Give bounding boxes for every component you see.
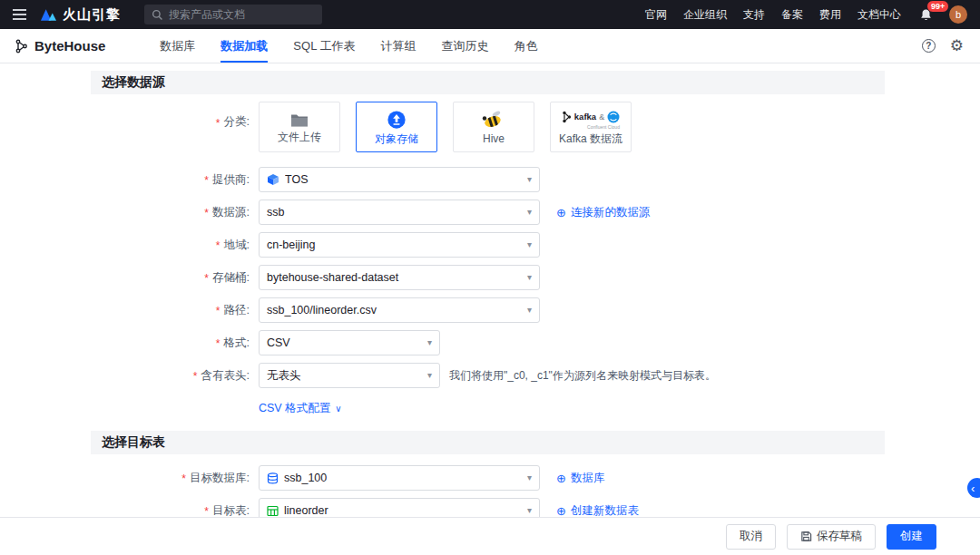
tab-databases[interactable]: 数据库 (147, 29, 208, 63)
target-table-label: * 目标表: (91, 503, 259, 518)
region-select[interactable]: cn-beijing ▾ (259, 232, 540, 258)
save-icon (800, 531, 812, 542)
hamburger-menu-icon[interactable] (0, 0, 38, 29)
caret-down-icon: ▾ (527, 506, 532, 515)
confluent-icon (607, 111, 620, 123)
required-marker: * (181, 472, 186, 485)
top-link-official-site[interactable]: 官网 (645, 7, 667, 23)
region-value: cn-beijing (267, 239, 522, 251)
form-row-datasource: * 数据源: ssb ▾ ⊕ 连接新的数据源 (91, 200, 885, 225)
required-marker: * (193, 370, 198, 383)
category-card-kafka[interactable]: kafka & Confluent Cloud Kafka 数据流 (550, 102, 632, 152)
create-button[interactable]: 创建 (887, 524, 936, 550)
global-search[interactable] (144, 5, 322, 24)
top-link-filing[interactable]: 备案 (781, 7, 803, 23)
database-icon (267, 472, 279, 484)
section-header-select-data-source: 选择数据源 (91, 71, 885, 94)
top-link-support[interactable]: 支持 (743, 7, 765, 23)
target-database-label: * 目标数据库: (91, 471, 259, 486)
connect-new-datasource-link[interactable]: ⊕ 连接新的数据源 (556, 205, 650, 220)
caret-down-icon: ▾ (427, 338, 432, 347)
top-navbar: 火山引擎 官网 企业组织 支持 备案 费用 文档中心 99+ b (0, 0, 980, 29)
footer-action-bar: 取消 保存草稿 创建 (0, 517, 980, 555)
datasource-label: * 数据源: (91, 205, 259, 220)
provider-label: * 提供商: (91, 172, 259, 188)
bucket-label: * 存储桶: (91, 270, 259, 286)
required-marker: * (204, 207, 209, 219)
tab-sql-worksheet[interactable]: SQL 工作表 (280, 29, 368, 63)
confluent-caption: Confluent Cloud (587, 125, 620, 130)
top-link-enterprise-org[interactable]: 企业组织 (683, 7, 727, 23)
caret-down-icon: ▾ (527, 175, 532, 184)
category-card-object-storage[interactable]: 对象存储 (356, 102, 437, 152)
bytehouse-brand-name: ByteHouse (34, 38, 105, 54)
section-title: 选择数据源 (102, 74, 165, 91)
header-hint-text: 我们将使用"_c0, _c1"作为源列名来映射模式与目标表。 (449, 368, 716, 384)
table-icon (267, 505, 279, 517)
form-row-category: * 分类: 文件上传 (91, 102, 885, 152)
gear-icon[interactable]: ⚙ (950, 38, 964, 54)
bucket-select[interactable]: bytehouse-shared-dataset ▾ (259, 265, 540, 290)
category-card-file-upload[interactable]: 文件上传 (259, 102, 340, 152)
tab-roles[interactable]: 角色 (502, 29, 551, 63)
section-header-select-target-table: 选择目标表 (91, 431, 885, 454)
datasource-value: ssb (267, 206, 522, 219)
save-draft-button[interactable]: 保存草稿 (787, 524, 876, 550)
tab-compute-groups[interactable]: 计算组 (368, 29, 429, 63)
bytehouse-logo[interactable]: ByteHouse (15, 38, 105, 54)
required-marker: * (216, 117, 220, 130)
format-select[interactable]: CSV ▾ (259, 330, 440, 355)
csv-config-row: CSV 格式配置 ∨ (259, 399, 885, 416)
required-marker: * (216, 239, 220, 252)
path-value: ssb_100/lineorder.csv (267, 304, 522, 316)
form-row-bucket: * 存储桶: bytehouse-shared-dataset ▾ (91, 265, 885, 290)
notification-badge: 99+ (926, 0, 949, 13)
cancel-button[interactable]: 取消 (726, 524, 776, 550)
category-cards: 文件上传 对象存储 (259, 102, 632, 152)
product-navbar: ByteHouse 数据库 数据加载 SQL 工作表 计算组 查询历史 角色 ?… (0, 29, 980, 63)
form-row-has-header: * 含有表头: 无表头 ▾ 我们将使用"_c0, _c1"作为源列名来映射模式与… (91, 363, 885, 388)
help-icon[interactable]: ? (922, 39, 936, 53)
caret-down-icon: ▾ (527, 473, 532, 482)
format-value: CSV (267, 336, 422, 349)
provider-value: TOS (285, 173, 522, 186)
nav-tabs: 数据库 数据加载 SQL 工作表 计算组 查询历史 角色 (147, 29, 550, 63)
format-label: * 格式: (91, 336, 259, 351)
topbar-right: 官网 企业组织 支持 备案 费用 文档中心 99+ b (645, 5, 980, 24)
top-link-docs-center[interactable]: 文档中心 (858, 7, 901, 23)
chevron-left-icon: ‹ (971, 482, 975, 495)
card-label: 对象存储 (375, 133, 418, 144)
user-avatar[interactable]: b (949, 5, 967, 24)
has-header-select[interactable]: 无表头 ▾ (259, 363, 440, 388)
csv-config-toggle[interactable]: CSV 格式配置 ∨ (259, 401, 342, 416)
create-new-table-link[interactable]: ⊕ 创建新数据表 (556, 503, 639, 518)
provider-select[interactable]: TOS ▾ (259, 167, 540, 192)
search-input[interactable] (169, 8, 305, 21)
caret-down-icon: ▾ (427, 371, 432, 380)
bucket-value: bytehouse-shared-dataset (267, 271, 522, 284)
tab-query-history[interactable]: 查询历史 (429, 29, 502, 63)
plus-circle-icon: ⊕ (556, 207, 566, 219)
path-select[interactable]: ssb_100/lineorder.csv ▾ (259, 297, 540, 323)
card-label: 文件上传 (278, 131, 321, 142)
top-link-billing[interactable]: 费用 (819, 7, 841, 23)
volcengine-brand[interactable]: 火山引擎 (40, 6, 121, 24)
new-database-link[interactable]: ⊕ 数据库 (556, 471, 604, 486)
required-marker: * (204, 505, 209, 517)
target-table-select[interactable]: lineorder ▾ (259, 498, 540, 517)
search-icon (152, 9, 163, 21)
kafka-icon (562, 111, 572, 123)
kafka-confluent-logos: kafka & (562, 111, 620, 123)
form-row-target-table: * 目标表: lineorder ▾ ⊕ 创建新数据表 (91, 498, 885, 517)
path-label: * 路径: (91, 303, 259, 318)
has-header-value: 无表头 (267, 368, 422, 384)
navbar-right: ? ⚙ (922, 38, 980, 54)
bytehouse-logo-icon (15, 39, 29, 54)
plus-circle-icon: ⊕ (556, 505, 566, 517)
datasource-select[interactable]: ssb ▾ (259, 200, 540, 225)
category-card-hive[interactable]: Hive (453, 102, 534, 152)
tab-data-loading[interactable]: 数据加载 (208, 29, 280, 63)
save-draft-label: 保存草稿 (817, 529, 862, 544)
notifications-button[interactable]: 99+ (919, 8, 933, 22)
target-database-select[interactable]: ssb_100 ▾ (259, 465, 540, 491)
